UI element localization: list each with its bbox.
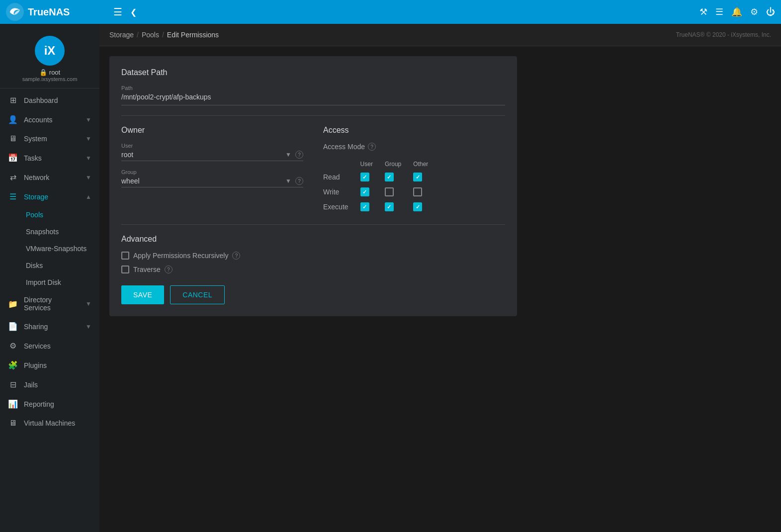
access-section: Access Access Mode ? User Group	[323, 126, 505, 214]
access-mode-help-icon[interactable]: ?	[368, 143, 376, 151]
write-group-checkbox[interactable]	[385, 187, 394, 196]
sidebar-item-directory-services[interactable]: 📁 Directory Services ▼	[0, 291, 99, 317]
accounts-chevron-icon: ▼	[86, 116, 91, 123]
apply-recursively-label: Apply Permissions Recursively	[133, 252, 228, 260]
tasks-icon[interactable]: ☰	[715, 6, 723, 17]
dataset-path-title: Dataset Path	[121, 68, 505, 77]
breadcrumb-storage[interactable]: Storage	[109, 31, 134, 39]
breadcrumb-sep-2: /	[162, 31, 164, 39]
group-help-icon[interactable]: ?	[295, 177, 303, 185]
virtual-machines-icon: 🖥	[8, 419, 18, 428]
sidebar-item-dashboard[interactable]: ⊞ Dashboard	[0, 90, 99, 110]
apply-recursively-help-icon[interactable]: ?	[232, 252, 240, 260]
main-layout: iX 🔒 root sample.ixsystems.com ⊞ Dashboa…	[0, 24, 781, 532]
sidebar-item-storage[interactable]: ☰ Storage ▲	[0, 187, 99, 206]
read-group-checkbox[interactable]	[385, 173, 394, 181]
access-mode-row: Access Mode ?	[323, 143, 505, 151]
read-label: Read	[323, 170, 354, 184]
execute-other-checkbox[interactable]	[413, 202, 422, 211]
subnav-disks[interactable]: Disks	[0, 257, 99, 274]
owner-title: Owner	[121, 126, 303, 135]
sidebar-item-sharing[interactable]: 📄 Sharing ▼	[0, 317, 99, 336]
copyright-text: TrueNAS® © 2020 - iXsystems, Inc.	[676, 31, 771, 38]
path-label: Path	[121, 85, 505, 91]
breadcrumb-bar: Storage / Pools / Edit Permissions TrueN…	[99, 24, 781, 46]
group-value: wheel	[121, 177, 285, 185]
apply-recursively-checkbox[interactable]	[121, 252, 129, 260]
avatar: iX	[35, 36, 65, 66]
col-header-other: Other	[407, 159, 434, 170]
storage-icon: ☰	[8, 192, 18, 201]
cancel-button[interactable]: CANCEL	[170, 285, 225, 304]
read-user-checkbox[interactable]	[360, 173, 369, 181]
subnav-snapshots[interactable]: Snapshots	[0, 223, 99, 240]
sidebar-item-plugins[interactable]: 🧩 Plugins	[0, 355, 99, 375]
reporting-icon: 📊	[8, 399, 18, 409]
sidebar-item-services[interactable]: ⚙ Services	[0, 336, 99, 355]
brand-logo: TrueNAS	[6, 3, 105, 21]
hamburger-menu-icon[interactable]: ☰	[113, 6, 122, 18]
write-other-checkbox[interactable]	[413, 187, 422, 196]
sidebar-item-network[interactable]: ⇄ Network ▼	[0, 168, 99, 187]
sidebar-item-jails[interactable]: ⊟ Jails	[0, 375, 99, 394]
section-divider-2	[121, 224, 505, 225]
sharing-icon: 📄	[8, 322, 18, 331]
network-chevron-icon: ▼	[86, 174, 91, 181]
user-profile: iX 🔒 root sample.ixsystems.com	[0, 28, 99, 89]
permission-read-row: Read	[323, 170, 434, 184]
read-other-checkbox[interactable]	[413, 173, 422, 181]
sidebar-item-system[interactable]: 🖥 System ▼	[0, 129, 99, 148]
content-area: Storage / Pools / Edit Permissions TrueN…	[99, 24, 781, 532]
group-dropdown-icon[interactable]: ▼	[285, 177, 291, 184]
sidebar-item-reporting[interactable]: 📊 Reporting	[0, 394, 99, 414]
jails-icon: ⊟	[8, 380, 18, 389]
access-title: Access	[323, 126, 505, 135]
col-header-group: Group	[379, 159, 407, 170]
apply-recursively-row: Apply Permissions Recursively ?	[121, 252, 505, 260]
owner-section: Owner User root ▼ ?	[121, 126, 303, 214]
system-icon: 🖥	[8, 134, 18, 143]
user-field: User root ▼ ?	[121, 143, 303, 161]
settings-icon[interactable]: ⚙	[750, 6, 758, 17]
lock-icon: 🔒	[39, 69, 47, 76]
alerts-icon[interactable]: 🔔	[731, 6, 742, 17]
traverse-help-icon[interactable]: ?	[165, 266, 173, 273]
write-label: Write	[323, 184, 354, 199]
trident-icon[interactable]: ⚒	[699, 6, 707, 17]
user-label: User	[121, 143, 303, 149]
group-label: Group	[121, 169, 303, 175]
profile-host: sample.ixsystems.com	[22, 76, 78, 82]
subnav-vmware-snapshots[interactable]: VMware-Snapshots	[0, 240, 99, 257]
group-field: Group wheel ▼ ?	[121, 169, 303, 187]
sidebar-toggle-icon[interactable]: ❮	[130, 7, 137, 17]
dashboard-icon: ⊞	[8, 95, 18, 105]
services-icon: ⚙	[8, 341, 18, 351]
write-user-checkbox[interactable]	[360, 187, 369, 196]
sidebar-item-accounts[interactable]: 👤 Accounts ▼	[0, 110, 99, 129]
sidebar: iX 🔒 root sample.ixsystems.com ⊞ Dashboa…	[0, 24, 99, 532]
user-dropdown-icon[interactable]: ▼	[285, 151, 291, 158]
tasks-chevron-icon: ▼	[86, 155, 91, 162]
execute-group-checkbox[interactable]	[385, 202, 394, 211]
user-help-icon[interactable]: ?	[295, 151, 303, 159]
save-button[interactable]: SAVE	[121, 285, 164, 304]
system-chevron-icon: ▼	[86, 135, 91, 142]
execute-label: Execute	[323, 199, 354, 214]
subnav-pools[interactable]: Pools	[0, 206, 99, 223]
tasks-nav-icon: 📅	[8, 153, 18, 163]
traverse-checkbox[interactable]	[121, 266, 129, 273]
permission-write-row: Write	[323, 184, 434, 199]
action-buttons: SAVE CANCEL	[121, 285, 505, 304]
accounts-icon: 👤	[8, 115, 18, 124]
storage-subnav: Pools Snapshots VMware-Snapshots Disks I…	[0, 206, 99, 291]
breadcrumb-pools[interactable]: Pools	[142, 31, 159, 39]
execute-user-checkbox[interactable]	[360, 202, 369, 211]
profile-username: 🔒 root	[39, 69, 60, 76]
subnav-import-disk[interactable]: Import Disk	[0, 274, 99, 291]
user-value: root	[121, 151, 285, 159]
section-divider-1	[121, 115, 505, 116]
power-icon[interactable]: ⏻	[766, 7, 775, 17]
directory-services-chevron-icon: ▼	[86, 300, 91, 307]
sidebar-item-virtual-machines[interactable]: 🖥 Virtual Machines	[0, 414, 99, 433]
sidebar-item-tasks[interactable]: 📅 Tasks ▼	[0, 148, 99, 168]
